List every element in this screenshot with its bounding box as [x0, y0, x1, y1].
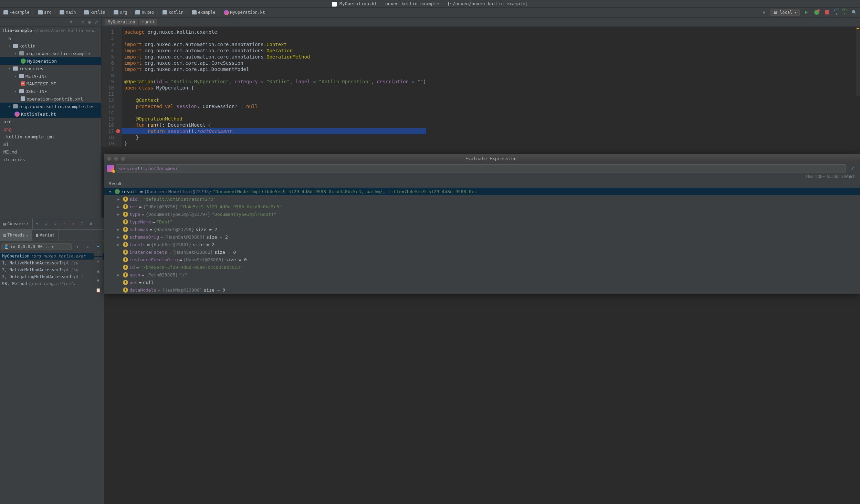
line-number[interactable]: 9	[102, 78, 114, 85]
line-number[interactable]: 13	[102, 103, 114, 109]
result-row[interactable]: fpos = null	[104, 279, 860, 286]
code-line[interactable]	[124, 72, 426, 78]
result-tree[interactable]: ▼result = {DocumentModelImpl@23793} "Doc…	[104, 188, 860, 294]
expand-icon[interactable]: ▶	[117, 212, 122, 216]
tree-item[interactable]: ▾resources	[0, 65, 101, 72]
frames-list[interactable]: MyOperation(org.nuxeo.kotlin.exar1, Nati…	[0, 253, 104, 287]
expand-icon[interactable]: ▶	[117, 205, 122, 209]
tree-item[interactable]: png	[0, 125, 101, 133]
stop-button[interactable]	[823, 9, 831, 16]
stack-frame[interactable]: 2, NativeMethodAccessorImpl(su	[0, 266, 104, 273]
editor-breadcrumbs[interactable]: MyOperation run()	[102, 18, 860, 27]
project-tree[interactable]: n▾kotlin▾org.nuxeo.kotlin.exampleMyOpera…	[0, 34, 101, 163]
next-frame-button[interactable]: ↓	[83, 242, 92, 251]
tree-item[interactable]: n	[0, 34, 101, 42]
code-line[interactable]: fun run(): DocumentModel {	[124, 122, 426, 128]
result-row[interactable]: ftypeName = "Root"	[104, 218, 860, 225]
console-tab[interactable]: ▤ Console ↗	[0, 218, 32, 229]
line-number[interactable]: 18	[102, 134, 114, 140]
expand-icon[interactable]: ▾	[14, 52, 18, 55]
stack-frame[interactable]: 1, NativeMethodAccessorImpl(su	[0, 260, 104, 266]
line-number[interactable]: 12	[102, 97, 114, 103]
tree-item[interactable]: ore	[0, 118, 101, 125]
result-row[interactable]: ▶fsid = "default/Administrator#273"	[104, 195, 860, 203]
breadcrumb-item[interactable]: kotlin	[83, 10, 106, 15]
stack-frame[interactable]: 3, DelegatingMethodAccessorImpl(	[0, 273, 104, 280]
step-out-button[interactable]: ↑	[60, 219, 69, 228]
line-number[interactable]: 2	[102, 35, 114, 41]
tree-item[interactable]: MyOperation	[0, 57, 101, 65]
code-line[interactable]: import org.nuxeo.ecm.core.api.CoreSessio…	[124, 60, 426, 66]
editor[interactable]: 12345678910111213141516171819 package or…	[102, 27, 860, 147]
copy-button[interactable]: 📋	[94, 286, 103, 295]
expand-icon[interactable]: ▾	[8, 44, 12, 48]
step-over-button[interactable]: ↷	[33, 219, 42, 228]
expand-icon[interactable]: ▾	[8, 105, 12, 108]
expand-input-button[interactable]: ⤢	[848, 164, 857, 173]
tree-item[interactable]: ▾org.nuxeo.kotlin.example	[0, 50, 101, 57]
zoom-window-button[interactable]	[121, 157, 125, 161]
tree-item[interactable]: ibraries	[0, 156, 101, 163]
breadcrumb-item[interactable]: -example	[2, 10, 31, 15]
prev-frame-button[interactable]: ↑	[73, 242, 82, 251]
expand-icon[interactable]: ▼	[109, 190, 113, 193]
stack-frame[interactable]: 98, Method(java.lang.reflect)	[0, 280, 104, 287]
editor-crumb-method[interactable]: run()	[139, 19, 157, 25]
run-config-selector[interactable]: 🖳 local ▾	[770, 9, 800, 16]
gutter[interactable]: 12345678910111213141516171819	[102, 27, 122, 147]
vcs-commit-button[interactable]: VCS ↑	[842, 9, 848, 16]
expand-icon[interactable]: ▾	[8, 67, 12, 71]
stack-frame[interactable]: MyOperation(org.nuxeo.kotlin.exar	[0, 253, 104, 260]
code-line[interactable]: import org.nuxeo.ecm.automation.core.ann…	[124, 41, 426, 48]
code-line[interactable]	[124, 91, 426, 97]
result-row[interactable]: finstanceFacets = {HashSet@23802} size =…	[104, 248, 860, 256]
line-number[interactable]: 1	[102, 29, 114, 35]
code-line[interactable]: return session!!.rootDocument;	[122, 128, 426, 134]
breadcrumb-item[interactable]: MyOperation.kt	[222, 10, 266, 15]
expand-icon[interactable]: ▶	[117, 228, 122, 231]
project-root[interactable]: tlin-example ~/nuxeo/nuxeo-kotlin-exa…	[0, 27, 101, 34]
line-number[interactable]: 4	[102, 48, 114, 54]
code-line[interactable]	[124, 35, 426, 41]
code-line[interactable]	[124, 109, 426, 116]
line-number[interactable]: 6	[102, 60, 114, 66]
result-row[interactable]: ▶fschemasOrig = {HashSet@23800} size = 2	[104, 233, 860, 241]
evaluate-button[interactable]: 🖩	[87, 219, 96, 228]
expand-icon[interactable]: ▶	[117, 273, 122, 277]
collapse-all-icon[interactable]: ⤢	[94, 19, 98, 25]
code-line[interactable]: import org.nuxeo.ecm.automation.core.ann…	[124, 48, 426, 54]
debug-button[interactable]	[813, 9, 820, 16]
result-row[interactable]: finstanceFacetsOrig = {HashSet@23803} si…	[104, 256, 860, 263]
breadcrumb[interactable]: -example〉src〉main〉kotlin〉org〉nuxeo〉kotli…	[2, 10, 760, 15]
line-number[interactable]: 14	[102, 109, 114, 116]
result-row[interactable]: ▶ftype = {DocumentTypeImpl@23797} "Docum…	[104, 210, 860, 218]
expand-icon[interactable]: ▾	[14, 90, 18, 93]
breadcrumb-item[interactable]: src	[36, 10, 53, 15]
result-row[interactable]: fid = "7b4e5ec9-5f29-4d8d-9588-0ccd3c8bc…	[104, 263, 860, 271]
result-row[interactable]: ▶fref = {IdRef@23796} "7b4e5ec9-5f29-4d8…	[104, 203, 860, 210]
force-step-into-button[interactable]: ⇣	[51, 219, 60, 228]
dropdown-icon[interactable]: ▾	[70, 20, 72, 24]
code-line[interactable]: protected val session: CoreSession? = nu…	[124, 103, 426, 109]
code-line[interactable]: @Operation(id = "Kotlin.MyOperation", ca…	[124, 78, 426, 85]
scroll-from-source-icon[interactable]: ⇆	[82, 19, 84, 25]
breadcrumb-item[interactable]: nuxeo	[134, 10, 155, 15]
tree-item[interactable]: -kotlin-example.iml	[0, 133, 101, 140]
thread-combo[interactable]: 🧵 io-0.0.0.0-80... ▾	[1, 243, 72, 250]
line-number[interactable]: 10	[102, 85, 114, 91]
minimize-window-button[interactable]	[114, 157, 118, 161]
expand-icon[interactable]: ▾	[14, 74, 18, 78]
expand-icon[interactable]: ▶	[117, 235, 122, 239]
remove-button[interactable]: －	[94, 257, 103, 266]
code-area[interactable]: package org.nuxeo.kotlin.exampleimport o…	[122, 27, 426, 147]
tree-item[interactable]: ml	[0, 140, 101, 148]
result-row[interactable]: ▶fpath = {Path@23805} "/"	[104, 271, 860, 279]
step-into-button[interactable]: ↓	[42, 219, 51, 228]
threads-tab[interactable]: ▥ Threads ↗	[0, 230, 32, 241]
error-stripe[interactable]	[856, 27, 860, 96]
code-line[interactable]: open class MyOperation {	[124, 85, 426, 91]
tree-item[interactable]: ▾META-INF	[0, 72, 101, 80]
breadcrumb-item[interactable]: main	[58, 10, 77, 15]
breadcrumb-item[interactable]: example	[190, 10, 217, 15]
code-line[interactable]: import org.nuxeo.ecm.automation.core.ann…	[124, 54, 426, 60]
